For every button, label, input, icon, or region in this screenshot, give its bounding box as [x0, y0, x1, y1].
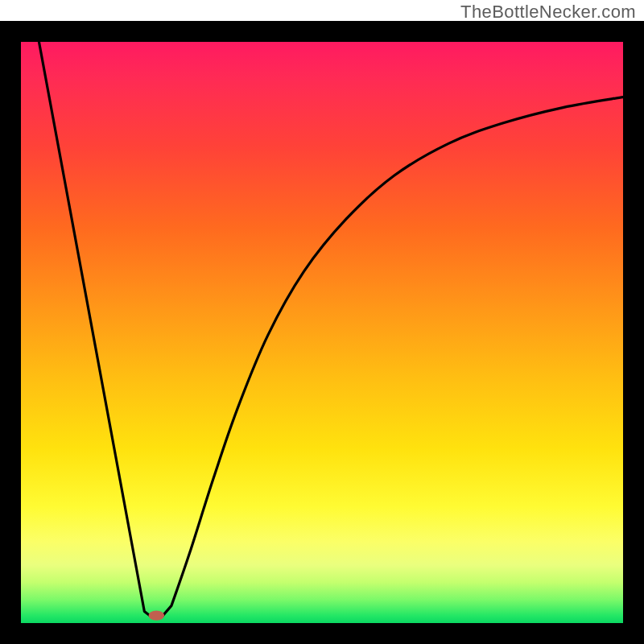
bottleneck-curve — [39, 42, 623, 616]
attribution-text: TheBottleNecker.com — [460, 2, 636, 23]
optimal-point-marker — [149, 610, 164, 620]
plot-frame — [0, 21, 644, 644]
plot-background-gradient — [21, 42, 623, 623]
plot-overlay — [21, 42, 623, 623]
figure-container: TheBottleNecker.com — [0, 0, 644, 644]
